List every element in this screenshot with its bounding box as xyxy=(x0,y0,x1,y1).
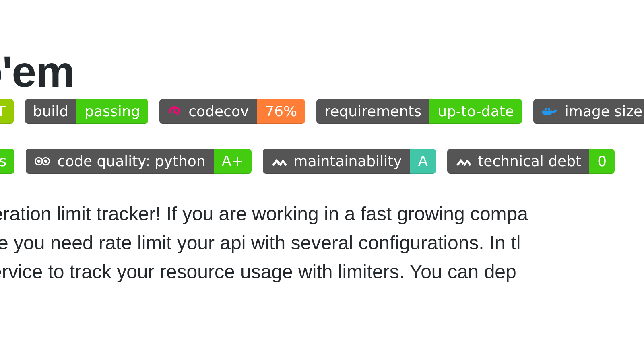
badge-label: image size xyxy=(533,99,644,124)
badge-label-text: maintainability xyxy=(293,149,402,174)
readme-description: xt generation limit tracker! If you are … xyxy=(0,200,644,286)
codeclimate-icon xyxy=(455,156,471,167)
badge-label: code quality: python xyxy=(26,149,213,174)
page-title: p'em xyxy=(0,46,74,97)
docker-icon xyxy=(541,105,558,117)
badge-build[interactable]: buildpassing xyxy=(25,99,149,124)
badge-value: 0 alerts xyxy=(0,149,14,174)
badge-label: maintainability xyxy=(263,149,410,174)
svg-point-9 xyxy=(45,160,47,162)
badge-value: MIT xyxy=(0,99,14,124)
badge-label-text: requirements xyxy=(324,99,421,124)
badge-value: A+ xyxy=(214,149,252,174)
badge-label-text: codecov xyxy=(188,99,249,124)
badge-lgtm[interactable]: 0 alerts xyxy=(0,149,14,174)
svg-rect-3 xyxy=(545,108,547,110)
badge-code-quality-python[interactable]: code quality: pythonA+ xyxy=(26,149,252,174)
description-line: xt generation limit tracker! If you are … xyxy=(0,200,644,228)
svg-point-8 xyxy=(38,160,40,162)
badge-requirements[interactable]: requirementsup-to-date xyxy=(316,99,522,124)
badge-label-text: technical debt xyxy=(478,149,581,174)
badge-label-text: image size xyxy=(565,99,642,124)
badge-label-text: code quality: python xyxy=(57,149,205,174)
badge-label: technical debt xyxy=(447,149,589,174)
badge-maintainability[interactable]: maintainabilityA xyxy=(263,149,436,174)
badge-image-size[interactable]: image size7 xyxy=(533,99,644,124)
badge-value: A xyxy=(410,149,436,174)
lgtm-icon xyxy=(34,156,51,167)
badge-label: build xyxy=(25,99,77,124)
badge-value: passing xyxy=(76,99,148,124)
badge-label-text: build xyxy=(33,99,69,124)
badge-technical-debt[interactable]: technical debt0 xyxy=(447,149,615,174)
badge-label: codecov xyxy=(159,99,257,124)
codeclimate-icon xyxy=(271,156,287,167)
description-line: n where you need rate limit your api wit… xyxy=(0,228,644,257)
badge-license[interactable]: MIT xyxy=(0,99,14,124)
badge-value: up-to-date xyxy=(429,99,522,124)
badge-row-1: MITbuildpassingcodecov76%requirementsup-… xyxy=(0,99,644,124)
heading-divider xyxy=(0,80,644,80)
badge-label: requirements xyxy=(316,99,429,124)
badge-value: 76% xyxy=(257,99,305,124)
svg-rect-4 xyxy=(548,108,550,110)
description-line: as a service to track your resource usag… xyxy=(0,257,644,286)
badge-row-2: 0 alertscode quality: pythonA+maintainab… xyxy=(0,149,590,174)
badge-codecov[interactable]: codecov76% xyxy=(159,99,305,124)
codecov-icon xyxy=(167,104,182,119)
badge-value: 0 xyxy=(589,149,615,174)
